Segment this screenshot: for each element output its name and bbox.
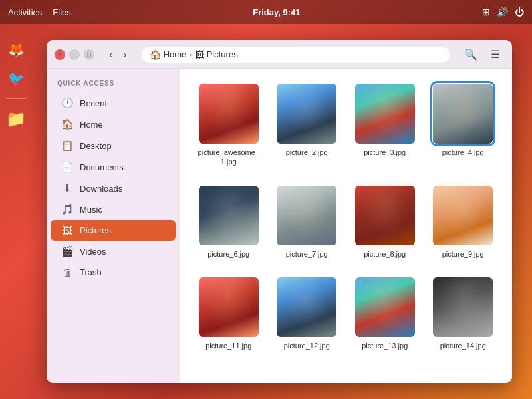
home-icon: 🏠 bbox=[150, 49, 161, 60]
titlebar: × – □ ‹ › 🏠 Home › 🖼 Pictures bbox=[47, 40, 512, 69]
file-name: picture_7.jpg bbox=[286, 249, 328, 259]
sidebar-item-recent[interactable]: 🕐 Recent bbox=[51, 92, 176, 114]
sidebar-music-label: Music bbox=[80, 205, 102, 215]
sidebar-videos-label: Videos bbox=[80, 247, 106, 257]
file-name: picture_13.jpg bbox=[362, 341, 408, 350]
music-icon: 🎵 bbox=[61, 203, 73, 215]
recent-icon: 🕐 bbox=[61, 97, 73, 109]
sidebar-pictures-label: Pictures bbox=[80, 225, 111, 235]
desktop-icon: 📋 bbox=[61, 140, 73, 152]
minimize-button[interactable]: – bbox=[69, 49, 80, 60]
nav-buttons: ‹ › bbox=[105, 46, 131, 63]
dock-firefox[interactable]: 🦊 bbox=[4, 37, 28, 61]
breadcrumb-pictures-label: Pictures bbox=[207, 49, 238, 59]
titlebar-actions: 🔍 ☰ bbox=[460, 45, 504, 63]
dock-separator bbox=[6, 98, 26, 99]
file-item[interactable]: picture_6.jpg bbox=[193, 182, 265, 263]
sidebar-item-videos[interactable]: 🎬 Videos bbox=[51, 241, 176, 262]
file-name: picture_2.jpg bbox=[286, 148, 328, 157]
file-item[interactable]: picture_4.jpg bbox=[428, 80, 499, 171]
sidebar-item-desktop[interactable]: 📋 Desktop bbox=[51, 135, 176, 156]
file-name: picture_8.jpg bbox=[364, 249, 406, 259]
activities-menu[interactable]: Activities bbox=[8, 7, 42, 17]
sidebar: Quick ACCESS 🕐 Recent 🏠 Home 📋 Desktop 📄… bbox=[47, 69, 180, 383]
main-area: × – □ ‹ › 🏠 Home › 🖼 Pictures bbox=[0, 24, 532, 399]
sidebar-item-documents[interactable]: 📄 Documents bbox=[51, 156, 176, 178]
dock: 🦊 🐦 📁 bbox=[0, 24, 32, 399]
topbar-right: ⊞ 🔊 ⏻ bbox=[482, 7, 524, 17]
network-icon[interactable]: ⊞ bbox=[482, 7, 490, 17]
dock-folder[interactable]: 📁 bbox=[4, 107, 28, 131]
file-thumbnail bbox=[199, 84, 259, 144]
sidebar-trash-label: Trash bbox=[80, 267, 102, 277]
topbar: Activities Files Friday, 9:41 ⊞ 🔊 ⏻ bbox=[0, 0, 532, 24]
search-button[interactable]: 🔍 bbox=[460, 45, 481, 63]
trash-icon: 🗑 bbox=[61, 267, 73, 278]
sidebar-item-downloads[interactable]: ⬇ Downloads bbox=[51, 178, 176, 199]
file-name: picture_3.jpg bbox=[364, 148, 406, 157]
topbar-datetime: Friday, 9:41 bbox=[253, 7, 300, 17]
sidebar-downloads-label: Downloads bbox=[80, 184, 122, 194]
breadcrumb-separator: › bbox=[189, 49, 192, 59]
menu-button[interactable]: ☰ bbox=[487, 45, 504, 63]
forward-button[interactable]: › bbox=[119, 46, 130, 63]
breadcrumb[interactable]: 🏠 Home › 🖼 Pictures bbox=[142, 47, 450, 63]
file-thumbnail bbox=[199, 186, 259, 245]
breadcrumb-pictures[interactable]: 🖼 Pictures bbox=[195, 49, 238, 60]
file-thumbnail bbox=[433, 277, 493, 337]
power-icon[interactable]: ⏻ bbox=[515, 7, 524, 17]
file-name: picture_awesome_1.jpg bbox=[197, 148, 261, 167]
file-thumbnail bbox=[355, 186, 415, 245]
file-item[interactable]: picture_2.jpg bbox=[271, 80, 343, 171]
file-item[interactable]: picture_7.jpg bbox=[271, 182, 343, 263]
file-item[interactable]: picture_14.jpg bbox=[428, 273, 499, 354]
file-manager-window: × – □ ‹ › 🏠 Home › 🖼 Pictures bbox=[47, 40, 512, 383]
sidebar-item-music[interactable]: 🎵 Music bbox=[51, 199, 176, 220]
file-item[interactable]: picture_13.jpg bbox=[349, 273, 421, 354]
breadcrumb-home-label: Home bbox=[164, 49, 187, 59]
sidebar-recent-label: Recent bbox=[80, 98, 107, 108]
file-item[interactable]: picture_12.jpg bbox=[271, 273, 343, 354]
file-thumbnail bbox=[433, 186, 493, 245]
pictures-icon: 🖼 bbox=[195, 49, 204, 60]
file-thumbnail bbox=[277, 277, 336, 337]
sidebar-documents-label: Documents bbox=[80, 162, 124, 172]
file-name: picture_14.jpg bbox=[440, 341, 486, 350]
file-item[interactable]: picture_11.jpg bbox=[193, 273, 265, 354]
file-thumbnail bbox=[433, 84, 493, 144]
dock-thunderbird[interactable]: 🐦 bbox=[4, 66, 28, 90]
file-row-1: picture_awesome_1.jpg picture_2.jpg pict… bbox=[193, 80, 499, 171]
files-menu[interactable]: Files bbox=[53, 7, 70, 17]
close-button[interactable]: × bbox=[55, 49, 65, 60]
topbar-left: Activities Files bbox=[8, 7, 71, 17]
file-item[interactable]: picture_awesome_1.jpg bbox=[193, 80, 265, 171]
maximize-button[interactable]: □ bbox=[84, 49, 94, 60]
quick-access-label: Quick ACCESS bbox=[47, 77, 180, 92]
sidebar-desktop-label: Desktop bbox=[80, 141, 112, 151]
file-name: picture_4.jpg bbox=[442, 148, 484, 157]
sidebar-item-trash[interactable]: 🗑 Trash bbox=[51, 262, 176, 283]
file-name: picture_6.jpg bbox=[207, 249, 249, 259]
file-name: picture_12.jpg bbox=[284, 341, 330, 350]
file-thumbnail bbox=[355, 277, 415, 337]
pictures-nav-icon: 🖼 bbox=[61, 225, 73, 236]
sidebar-item-home[interactable]: 🏠 Home bbox=[51, 114, 176, 135]
back-button[interactable]: ‹ bbox=[105, 46, 116, 63]
sidebar-item-pictures[interactable]: 🖼 Pictures bbox=[51, 220, 176, 241]
file-thumbnail bbox=[277, 186, 336, 245]
window-controls: × – □ bbox=[55, 49, 94, 60]
home-nav-icon: 🏠 bbox=[61, 118, 73, 130]
file-grid: picture_awesome_1.jpg picture_2.jpg pict… bbox=[180, 69, 512, 383]
file-thumbnail bbox=[277, 84, 336, 144]
file-row-3: picture_11.jpg picture_12.jpg picture_13… bbox=[193, 273, 499, 354]
file-thumbnail bbox=[355, 84, 415, 144]
file-item[interactable]: picture_3.jpg bbox=[349, 80, 421, 171]
file-item[interactable]: picture_9.jpg bbox=[428, 182, 499, 263]
volume-icon[interactable]: 🔊 bbox=[497, 7, 508, 17]
breadcrumb-home[interactable]: 🏠 Home bbox=[150, 49, 187, 60]
content-area: Quick ACCESS 🕐 Recent 🏠 Home 📋 Desktop 📄… bbox=[47, 69, 512, 383]
file-row-2: picture_6.jpg picture_7.jpg picture_8.jp… bbox=[193, 182, 499, 263]
videos-icon: 🎬 bbox=[61, 245, 73, 257]
file-item[interactable]: picture_8.jpg bbox=[349, 182, 421, 263]
documents-icon: 📄 bbox=[61, 161, 73, 173]
